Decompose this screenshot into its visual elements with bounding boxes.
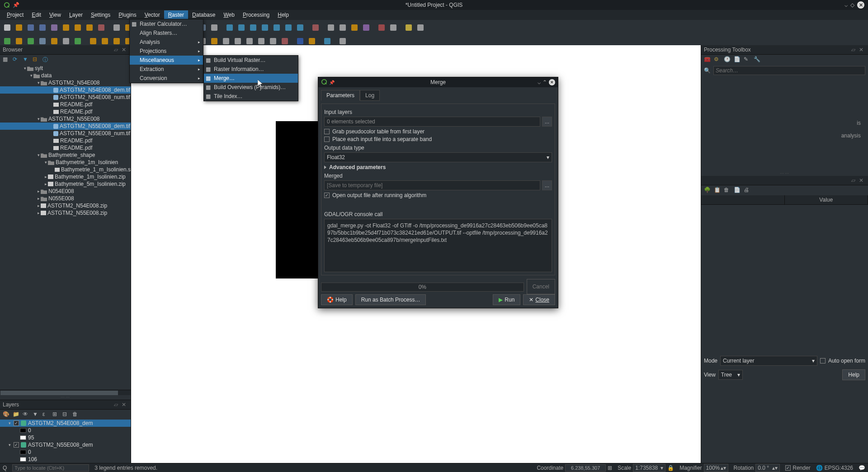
- print-icon[interactable]: 🖨: [744, 187, 751, 194]
- toolbar-button[interactable]: [96, 22, 107, 33]
- output-type-select[interactable]: Float32▾: [324, 152, 552, 162]
- form-icon[interactable]: 📋: [714, 187, 721, 194]
- raster-menu[interactable]: ▦Raster Calculator…Align Rasters…Analysi…: [129, 19, 203, 83]
- maximize-icon[interactable]: ◇: [850, 2, 854, 8]
- toolbar-button[interactable]: [376, 22, 387, 33]
- coordinate-input[interactable]: [565, 464, 606, 472]
- layer-value[interactable]: 106: [0, 456, 131, 463]
- panel-detach-icon[interactable]: ▱: [114, 47, 120, 53]
- toolbar-button[interactable]: [361, 22, 372, 33]
- options-icon[interactable]: 🔧: [754, 56, 761, 63]
- menu-web[interactable]: Web: [219, 10, 238, 19]
- locator-input[interactable]: [12, 464, 89, 472]
- tree-item[interactable]: ▾ASTGTM2_N55E008: [0, 115, 131, 123]
- layer-item[interactable]: ▾✓ASTGTM2_N55E008_dem: [0, 441, 131, 448]
- tree-item[interactable]: README.pdf: [0, 137, 131, 144]
- help-button[interactable]: 🛟Help: [321, 294, 353, 305]
- browser-scrollbar[interactable]: [0, 390, 131, 395]
- collapse-icon[interactable]: ⊟: [33, 56, 40, 63]
- menu-edit[interactable]: Edit: [28, 10, 45, 19]
- minimize-icon[interactable]: ⌵: [844, 2, 848, 8]
- processing-search-input[interactable]: [713, 66, 865, 75]
- layer-visibility-checkbox[interactable]: ✓: [14, 442, 19, 448]
- tree-item[interactable]: README.pdf: [0, 108, 131, 115]
- toolbar-button[interactable]: [236, 22, 247, 33]
- input-layers-browse-button[interactable]: …: [542, 117, 552, 127]
- tree-item[interactable]: ▾Bathymetrie_1m_Isolinien: [0, 159, 131, 166]
- toolbar-button[interactable]: [14, 22, 24, 33]
- panel-close-icon[interactable]: ✕: [122, 47, 128, 53]
- dialog-titlebar[interactable]: 📌 Merge ⌵ ⌃ ✕: [318, 77, 558, 87]
- menu-plugins[interactable]: Plugins: [114, 10, 140, 19]
- toolbar-button[interactable]: [111, 22, 122, 33]
- menu-item[interactable]: ▦Raster Calculator…: [130, 19, 203, 28]
- toolbar-button[interactable]: [326, 22, 336, 33]
- panel-detach-icon[interactable]: ▱: [851, 177, 858, 184]
- panel-detach-icon[interactable]: ▱: [114, 401, 120, 408]
- separate-checkbox[interactable]: [324, 137, 330, 142]
- expand-icon[interactable]: ⊞: [52, 411, 60, 418]
- input-layers-field[interactable]: 0 elements selected: [324, 117, 540, 127]
- copy-icon[interactable]: 📄: [734, 187, 741, 194]
- properties-icon[interactable]: ⓘ: [42, 56, 50, 63]
- crs-label[interactable]: EPSG:4326: [825, 465, 853, 471]
- toolbar-button[interactable]: [248, 22, 259, 33]
- identify-tree[interactable]: [701, 205, 868, 354]
- rollup-icon[interactable]: ⌃: [542, 79, 547, 85]
- tree-item[interactable]: ▾data: [0, 72, 131, 79]
- tree-item[interactable]: ▾ASTGTM2_N54E008: [0, 79, 131, 86]
- remove-layer-icon[interactable]: 🗑: [72, 411, 80, 418]
- menu-item[interactable]: ▦Raster Information…: [204, 65, 298, 74]
- menu-item[interactable]: ▦Build Virtual Raster…: [204, 56, 298, 65]
- toolbox-icon[interactable]: 🧰: [704, 56, 711, 63]
- toolbar-button[interactable]: [403, 22, 414, 33]
- toolbar-button[interactable]: [84, 22, 95, 33]
- menu-project[interactable]: Project: [3, 10, 28, 19]
- clear-icon[interactable]: 🗑: [724, 187, 731, 194]
- run-batch-button[interactable]: Run as Batch Process…: [355, 294, 426, 305]
- filter-icon[interactable]: ▼: [23, 56, 30, 63]
- edit-icon[interactable]: ✎: [744, 56, 751, 63]
- toolbar-button[interactable]: [415, 22, 426, 33]
- crs-icon[interactable]: 🌐: [816, 465, 823, 471]
- tree-item[interactable]: ▸Bathymetrie_5m_Isolinien.zip: [0, 180, 131, 188]
- toolbar-button[interactable]: [283, 22, 294, 33]
- browser-tree[interactable]: ▾sylt▾data▾ASTGTM2_N54E008ASTGTM2_N54E00…: [0, 65, 131, 390]
- toolbar-button[interactable]: [259, 22, 270, 33]
- layer-item[interactable]: ▾✓ASTGTM2_N54E008_dem: [0, 420, 131, 427]
- toolbar-button[interactable]: [72, 22, 83, 33]
- history-icon[interactable]: 🕐: [724, 56, 731, 63]
- menu-help[interactable]: Help: [274, 10, 293, 19]
- tree-item[interactable]: ▸ASTGTM2_N55E008.zip: [0, 209, 131, 217]
- help-button[interactable]: Help: [842, 369, 865, 380]
- menu-item[interactable]: ▦Merge…: [204, 74, 298, 83]
- tree-item[interactable]: ▸N055E008: [0, 195, 131, 202]
- expand-tree-icon[interactable]: 🌳: [704, 187, 711, 194]
- run-button[interactable]: ▶Run: [493, 294, 520, 305]
- toolbar-button[interactable]: [349, 22, 360, 33]
- tree-item[interactable]: ASTGTM2_N54E008_dem.tif: [0, 86, 131, 94]
- panel-close-icon[interactable]: ✕: [859, 47, 865, 53]
- rotation-input[interactable]: 0.0 °▴▾: [755, 464, 780, 472]
- menu-vector[interactable]: Vector: [141, 10, 164, 19]
- menu-item[interactable]: Conversion▸: [130, 74, 203, 83]
- auto-open-checkbox[interactable]: [820, 358, 826, 363]
- layer-visibility-checkbox[interactable]: ✓: [14, 420, 19, 426]
- panel-detach-icon[interactable]: ▱: [851, 47, 858, 53]
- mode-select[interactable]: Current layer▾: [720, 356, 817, 366]
- collapse-all-icon[interactable]: ⊟: [62, 411, 70, 418]
- toolbar-button[interactable]: [49, 22, 60, 33]
- layer-value[interactable]: 95: [0, 434, 131, 441]
- messages-icon[interactable]: 💬: [859, 465, 865, 471]
- panel-close-icon[interactable]: ✕: [859, 177, 865, 184]
- toolbar-button[interactable]: [388, 22, 399, 33]
- menu-item[interactable]: Analysis▸: [130, 38, 203, 47]
- open-output-checkbox[interactable]: ✓: [324, 193, 330, 198]
- pin-icon[interactable]: 📌: [329, 80, 335, 85]
- tree-item[interactable]: ▾Bathymetrie_shape: [0, 151, 131, 159]
- toolbar-button[interactable]: [61, 22, 71, 33]
- layer-value[interactable]: 0: [0, 427, 131, 434]
- tree-item[interactable]: README.pdf: [0, 101, 131, 108]
- menu-view[interactable]: View: [45, 10, 65, 19]
- menu-item[interactable]: ▦Build Overviews (Pyramids)…: [204, 83, 298, 92]
